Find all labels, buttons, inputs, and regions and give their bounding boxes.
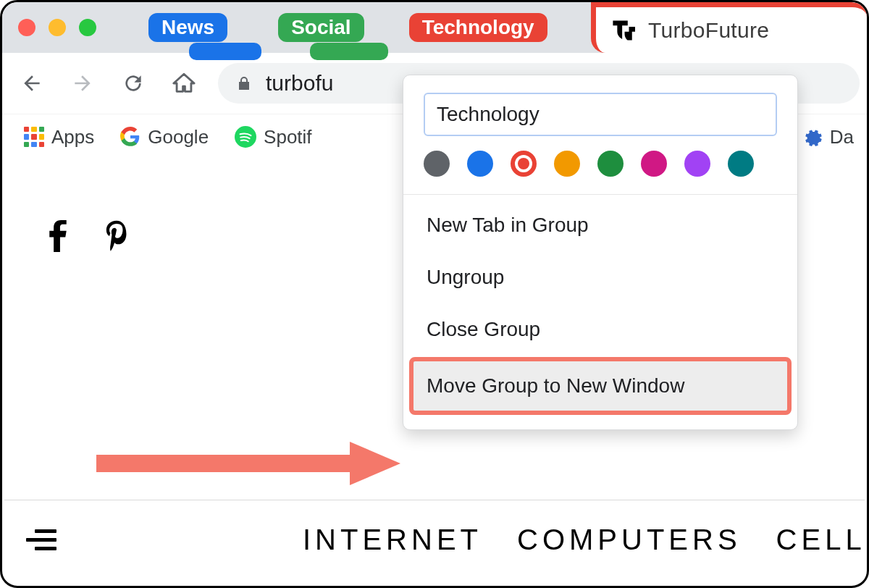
extension-shortcut[interactable]: Da <box>801 126 854 148</box>
forward-button[interactable] <box>66 67 99 100</box>
group-color-picker <box>403 151 797 194</box>
back-button[interactable] <box>15 67 49 100</box>
nav-link-cell[interactable]: CELL <box>776 524 865 556</box>
menu-move-group-new-window[interactable]: Move Group to New Window <box>412 360 789 412</box>
site-nav: INTERNET COMPUTERS CELL <box>4 500 865 579</box>
color-red[interactable] <box>511 151 537 177</box>
tab-group-technology[interactable]: Technology <box>409 13 547 42</box>
pinterest-icon[interactable] <box>104 220 129 252</box>
url-text: turbofu <box>266 71 333 96</box>
color-pink[interactable] <box>641 151 667 177</box>
color-cyan[interactable] <box>728 151 754 177</box>
active-tab[interactable]: TurboFuture <box>591 2 867 53</box>
color-green[interactable] <box>597 151 624 177</box>
menu-button[interactable] <box>26 529 56 550</box>
home-button[interactable] <box>167 67 201 100</box>
window-controls <box>18 19 96 36</box>
color-purple[interactable] <box>684 151 710 177</box>
bookmark-google[interactable]: Google <box>113 123 216 151</box>
bookmark-google-label: Google <box>148 126 209 148</box>
tab-group-context-menu: New Tab in Group Ungroup Close Group Mov… <box>403 75 798 430</box>
menu-close-group[interactable]: Close Group <box>403 303 797 356</box>
color-blue[interactable] <box>467 151 493 177</box>
reload-icon <box>122 72 145 95</box>
tab-group-social[interactable]: Social <box>278 13 364 42</box>
nav-link-computers[interactable]: COMPUTERS <box>517 524 742 556</box>
turbofuture-favicon <box>610 18 635 43</box>
google-icon <box>120 127 140 147</box>
maximize-window-button[interactable] <box>79 19 96 36</box>
color-orange[interactable] <box>554 151 580 177</box>
home-icon <box>172 71 196 96</box>
facebook-icon[interactable] <box>48 220 68 252</box>
apps-shortcut[interactable]: Apps <box>17 123 101 151</box>
color-grey[interactable] <box>424 151 450 177</box>
bookmark-spotify[interactable]: Spotif <box>227 123 319 151</box>
lock-icon <box>235 75 253 92</box>
apps-icon <box>24 127 44 147</box>
minimize-window-button[interactable] <box>49 19 66 36</box>
apps-label: Apps <box>51 126 94 148</box>
gear-icon <box>801 126 823 148</box>
arrow-right-icon <box>71 72 94 95</box>
active-tab-title: TurboFuture <box>648 18 769 43</box>
bookmark-spotify-label: Spotif <box>264 126 312 148</box>
spotify-icon <box>235 126 256 148</box>
tab-strip: News Social Technology TurboFuture <box>2 2 867 53</box>
menu-ungroup[interactable]: Ungroup <box>403 251 797 303</box>
menu-new-tab-in-group[interactable]: New Tab in Group <box>403 199 797 251</box>
group-name-input[interactable] <box>424 93 777 136</box>
tab-group-news[interactable]: News <box>148 13 227 42</box>
close-window-button[interactable] <box>18 19 35 36</box>
reload-button[interactable] <box>117 67 150 100</box>
arrow-left-icon <box>20 72 43 95</box>
nav-link-internet[interactable]: INTERNET <box>303 524 482 556</box>
extension-label: Da <box>830 126 854 148</box>
